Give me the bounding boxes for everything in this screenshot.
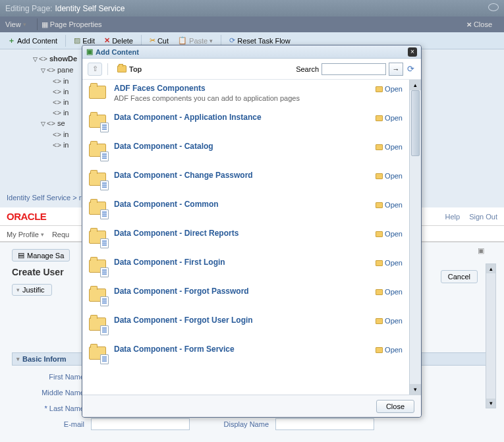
open-folder-button[interactable]: Open (376, 230, 403, 238)
catalog-item-link[interactable]: Data Component - Direct Reports (114, 229, 369, 238)
view-menu[interactable]: View▾ (5, 20, 26, 28)
list-scrollbar[interactable]: ▴ ▾ (409, 80, 421, 395)
catalog-item-link[interactable]: Data Component - Common (114, 200, 369, 209)
scrollbar-thumb[interactable] (411, 90, 420, 156)
up-level-button[interactable]: ⇧ (88, 63, 102, 76)
oracle-logo: ORACLE (7, 211, 46, 222)
tab-my-profile[interactable]: My Profile▾ (7, 231, 44, 241)
catalog-item-link[interactable]: ADF Faces Components (114, 84, 369, 93)
catalog-row: Data Component - Forgot User LoginOpen (82, 312, 409, 341)
dialog-close-button[interactable]: Close (376, 400, 414, 413)
menu-bar: View▾ ▦ Page Properties ✕ Close (0, 16, 504, 32)
window-titlebar: Editing Page: Identity Self Service (0, 0, 504, 16)
reset-icon: ⟳ (229, 36, 235, 45)
delete-icon: ✕ (104, 36, 110, 45)
close-window-button[interactable]: ✕ Close (466, 20, 492, 28)
folder-open-icon (376, 144, 383, 150)
folder-open-icon (376, 318, 383, 324)
breadcrumb-link[interactable]: Identity Self Service (7, 194, 70, 202)
catalog-row: Data Component - Forgot PasswordOpen (82, 283, 409, 312)
dialog-close-x[interactable]: × (408, 47, 417, 57)
signout-link[interactable]: Sign Out (469, 213, 497, 221)
folder-open-icon (376, 115, 383, 121)
paste-icon: 📋 (178, 36, 187, 45)
search-go-button[interactable]: → (389, 63, 403, 76)
catalog-row: ADF Faces ComponentsADF Faces components… (82, 80, 409, 109)
folder-open-icon (376, 86, 383, 92)
open-folder-button[interactable]: Open (376, 259, 403, 267)
plus-icon: ＋ (8, 36, 15, 45)
scroll-up-icon[interactable]: ▴ (410, 80, 421, 90)
title-prefix: Editing Page: (5, 4, 52, 13)
open-folder-button[interactable]: Open (376, 288, 403, 296)
email-label: E-mail (12, 420, 84, 428)
folder-icon (89, 84, 107, 102)
catalog-item-link[interactable]: Data Component - Application Instance (114, 113, 369, 122)
first-name-label: First Name (12, 373, 84, 381)
email-input[interactable] (91, 418, 190, 430)
open-folder-button[interactable]: Open (376, 114, 403, 122)
catalog-item-link[interactable]: Data Component - Catalog (114, 142, 369, 151)
properties-icon: ▦ (42, 20, 48, 29)
scrollbar[interactable]: ▴ ▾ (486, 263, 496, 408)
folder-icon (89, 171, 107, 189)
search-label: Search (296, 65, 319, 73)
chevron-down-icon: ▾ (23, 21, 26, 28)
folder-open-icon (376, 173, 383, 179)
catalog-row: Data Component - CatalogOpen (82, 138, 409, 167)
catalog-row: Data Component - Change PasswordOpen (82, 167, 409, 196)
open-folder-button[interactable]: Open (376, 317, 403, 325)
open-folder-button[interactable]: Open (376, 201, 403, 209)
folder-open-icon (376, 260, 383, 266)
scroll-down-icon[interactable]: ▾ (410, 384, 421, 395)
folder-icon (89, 345, 107, 363)
folder-icon (89, 287, 107, 305)
catalog-item-link[interactable]: Data Component - First Login (114, 258, 369, 267)
folder-icon (89, 142, 107, 160)
catalog-breadcrumb[interactable]: Top (117, 65, 142, 73)
add-content-button[interactable]: ＋Add Content (5, 34, 60, 47)
chevron-down-icon: ▾ (16, 287, 20, 293)
folder-icon (89, 229, 107, 247)
cut-icon: ✂ (150, 36, 155, 45)
chevron-down-icon: ▾ (16, 356, 20, 362)
display-name-label: Display Name (196, 420, 269, 428)
page-title: Identity Self Service (55, 4, 125, 13)
tab-requests[interactable]: Requ (52, 231, 69, 241)
catalog-search-input[interactable] (322, 63, 386, 75)
open-folder-button[interactable]: Open (376, 346, 403, 354)
scroll-up-icon[interactable]: ▴ (486, 264, 495, 273)
catalog-item-link[interactable]: Data Component - Form Service (114, 345, 369, 354)
pencil-icon: ▨ (74, 36, 80, 45)
cancel-button[interactable]: Cancel (441, 270, 478, 283)
open-folder-button[interactable]: Open (376, 172, 403, 180)
help-link[interactable]: Help (445, 213, 461, 221)
dialog-title: Add Content (96, 48, 139, 56)
page-icon: ▤ (18, 251, 24, 260)
maximize-icon[interactable]: ▣ (478, 246, 484, 255)
catalog-row: Data Component - Application InstanceOpe… (82, 109, 409, 138)
folder-icon (89, 113, 107, 131)
catalog-item-link[interactable]: Data Component - Forgot Password (114, 287, 369, 296)
refresh-button[interactable]: ⟳ (406, 63, 416, 75)
folder-icon (89, 200, 107, 218)
last-name-label: * Last Name (12, 404, 84, 412)
middle-name-label: Middle Name (12, 389, 84, 397)
open-folder-button[interactable]: Open (376, 143, 403, 151)
manage-button[interactable]: ▤Manage Sa (12, 249, 70, 262)
page-properties-menu[interactable]: ▦ Page Properties (42, 20, 102, 29)
catalog-item-link[interactable]: Data Component - Forgot User Login (114, 316, 369, 325)
display-name-input[interactable] (275, 418, 374, 430)
catalog-item-link[interactable]: Data Component - Change Password (114, 171, 369, 180)
add-content-dialog: ▣Add Content × ⇧ Top Search → ⟳ ADF Face… (82, 45, 422, 418)
folder-open-icon (376, 289, 383, 295)
folder-icon (89, 258, 107, 276)
open-folder-button[interactable]: Open (376, 85, 403, 93)
catalog-row: Data Component - CommonOpen (82, 196, 409, 225)
folder-icon (117, 65, 126, 72)
oracle-logo-icon (488, 3, 499, 13)
folder-open-icon (376, 347, 383, 353)
scroll-down-icon[interactable]: ▾ (486, 399, 495, 408)
folder-open-icon (376, 202, 383, 208)
justification-toggle[interactable]: ▾Justific (12, 284, 52, 296)
